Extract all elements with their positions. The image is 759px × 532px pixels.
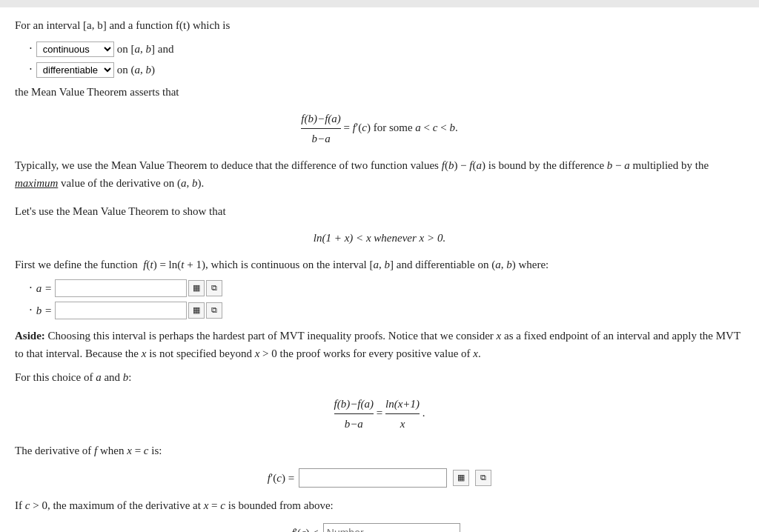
a-icon1[interactable]: ▦: [188, 280, 205, 296]
fraction3-numer: ln(x+1): [385, 395, 420, 414]
fprime-block: f′(c) = ▦ ⧉: [15, 468, 744, 488]
a-row: • a = ▦ ⧉: [30, 279, 744, 297]
fraction2: f(b)−f(a) b−a: [334, 395, 374, 433]
formula1-block: f(b)−f(a) b−a = f′(c) for some a < c < b…: [15, 110, 744, 147]
fraction2-numer: f(b)−f(a): [334, 395, 374, 414]
define-text: First we define the function f(t) = ln(t…: [15, 256, 744, 273]
fraction1: f(b)−f(a) b−a: [301, 110, 340, 147]
formula2-period: .: [422, 407, 425, 419]
period1: .: [465, 524, 468, 532]
b-icon2[interactable]: ⧉: [206, 302, 222, 319]
a-icon2[interactable]: ⧉: [206, 280, 222, 296]
bullet-row-2: • differentiable continuous on (a, b): [30, 61, 744, 79]
fprime-icon1[interactable]: ▦: [453, 470, 469, 486]
fprime-less-label: f′(c) <: [291, 524, 318, 532]
b-input[interactable]: [55, 302, 187, 319]
aside-text: Choosing this interval is perhaps the ha…: [15, 330, 740, 359]
fraction3: ln(x+1) x: [385, 395, 420, 433]
bullet-row-1: • continuous differentiable on [a, b] an…: [30, 40, 744, 58]
a-input[interactable]: [55, 279, 187, 297]
b-row: • b = ▦ ⧉: [30, 302, 744, 319]
choice-text: For this choice of a and b:: [15, 368, 744, 386]
bullet1-label: on [a, b] and: [117, 40, 174, 58]
continuous-select[interactable]: continuous differentiable: [36, 41, 114, 57]
typically-text: Typically, we use the Mean Value Theorem…: [15, 156, 744, 192]
inequality-block: ln(1 + x) < x whenever x > 0.: [15, 229, 744, 247]
b-dot: •: [30, 306, 32, 316]
show-text: Let's use the Mean Value Theorem to show…: [15, 202, 744, 220]
bounded-text: If c > 0, the maximum of the derivative …: [15, 496, 744, 514]
fraction1-numer: f(b)−f(a): [301, 110, 340, 129]
bullet-dot-2: •: [30, 65, 32, 75]
b-icon1[interactable]: ▦: [188, 302, 205, 319]
fprime-label: f′(c) =: [268, 469, 294, 487]
show-text-label: Let's use the Mean Value Theorem to show…: [15, 205, 226, 217]
fraction3-denom: x: [385, 414, 420, 433]
intro-text: For an interval [a, b] and a function f(…: [15, 16, 744, 34]
fprime-less-block: f′(c) < .: [15, 523, 744, 532]
a-dot: •: [30, 284, 32, 293]
bullet-dot-1: •: [30, 44, 32, 54]
a-label: a =: [36, 279, 52, 297]
inequality-formula: ln(1 + x) < x whenever x > 0.: [314, 232, 445, 244]
intro-label: For an interval [a, b] and a function f(…: [15, 19, 230, 31]
top-bar: [0, 0, 759, 7]
b-label: b =: [36, 302, 52, 319]
fprime-input[interactable]: [299, 468, 447, 488]
differentiable-select[interactable]: differentiable continuous: [36, 62, 114, 78]
number-input[interactable]: [323, 523, 460, 532]
mvt-asserts: the Mean Value Theorem asserts that: [15, 83, 744, 101]
formula2-block: f(b)−f(a) b−a = ln(x+1) x .: [15, 395, 744, 433]
aside-block: Aside: Choosing this interval is perhaps…: [15, 327, 744, 362]
mvt-asserts-text: the Mean Value Theorem asserts that: [15, 86, 179, 98]
bullet2-label: on (a, b): [117, 61, 155, 79]
ab-inputs: • a = ▦ ⧉ • b = ▦ ⧉: [30, 279, 744, 319]
bullet-section: • continuous differentiable on [a, b] an…: [30, 40, 744, 79]
aside-title: Aside:: [15, 330, 45, 342]
fraction2-denom: b−a: [334, 414, 374, 433]
formula2-equals: =: [377, 407, 385, 419]
fprime-icon2[interactable]: ⧉: [475, 470, 491, 486]
fraction1-denom: b−a: [301, 129, 340, 147]
formula1-equals: = f′(c) for some a < c < b.: [344, 122, 458, 133]
deriv-text: The derivative of f when x = c is:: [15, 442, 744, 459]
